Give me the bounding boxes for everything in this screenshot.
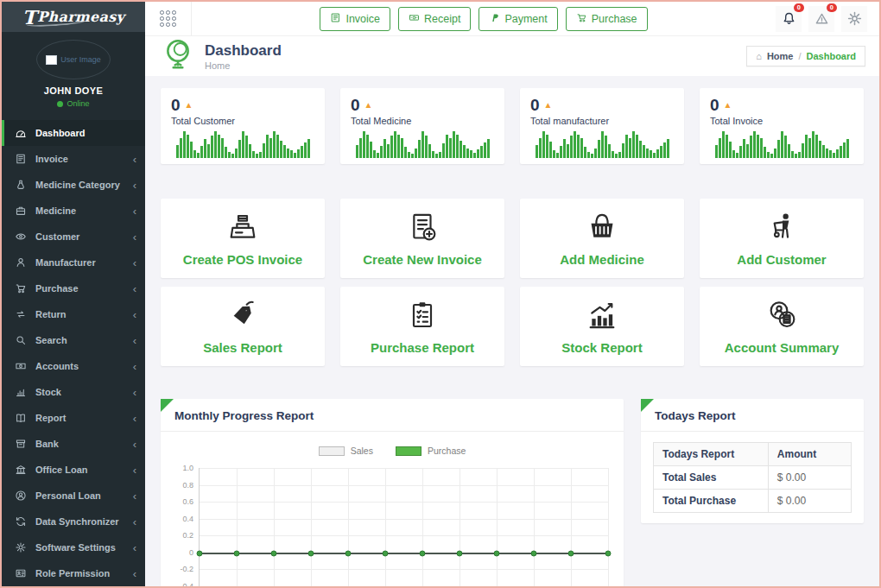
shortcut-label: Add Customer: [737, 252, 826, 267]
sidebar-item-customer[interactable]: Customer‹: [2, 224, 145, 250]
shortcut-add-medicine[interactable]: Add Medicine: [520, 199, 684, 278]
shortcut-create-pos-invoice[interactable]: Create POS Invoice: [161, 199, 325, 278]
basket-icon: [585, 210, 619, 244]
purchase-button[interactable]: Purchase: [566, 7, 648, 31]
sidebar-item-search[interactable]: Search‹: [2, 327, 145, 353]
todays-report-panel: Todays Report Todays ReportAmount Total …: [641, 399, 864, 523]
row-label: Total Purchase: [654, 490, 769, 513]
shortcut-sales-report[interactable]: Sales Report: [161, 287, 325, 366]
person-circle-icon: [14, 490, 28, 502]
stat-card-total-medicine: 0▲Total Medicine: [340, 88, 504, 164]
y-axis-tick: 0.4: [182, 515, 193, 523]
corner-ribbon-icon: [161, 399, 174, 412]
breadcrumb: ⌂ Home / Dashboard: [746, 46, 865, 66]
shortcut-purchase-report[interactable]: Purchase Report: [340, 287, 504, 366]
todays-panel-title: Todays Report: [641, 399, 864, 432]
sidebar-item-label: Invoice: [35, 154, 68, 164]
shortcut-label: Add Medicine: [560, 252, 644, 267]
sidebar-item-label: Purchase: [35, 283, 79, 294]
shortcuts-grid: Create POS InvoiceCreate New InvoiceAdd …: [161, 199, 864, 366]
sidebar-item-label: Customer: [35, 231, 79, 242]
sidebar-item-bank[interactable]: Bank‹: [2, 431, 145, 457]
sidebar-item-label: Personal Loan: [35, 490, 101, 501]
sidebar-item-software-settings[interactable]: Software Settings‹: [2, 534, 145, 560]
data-point: [197, 550, 203, 556]
flask-icon: [14, 179, 28, 191]
sidebar-item-medicine[interactable]: Medicine‹: [2, 198, 145, 224]
user-panel: User Image JOHN DOYE Online: [2, 32, 145, 118]
payment-button[interactable]: Payment: [479, 7, 557, 31]
sidebar-item-stock[interactable]: Stock‹: [2, 379, 145, 405]
stat-card-total-invoice: 0▲Total Invoice: [700, 88, 864, 164]
pharmeasy-dashboard: T Pharmeasy User Image JOHN DOYE Online …: [0, 0, 881, 588]
bars-icon: [14, 386, 28, 398]
quick-action-buttons: InvoiceReceiptPaymentPurchase: [320, 7, 647, 31]
data-point: [345, 550, 352, 556]
warning-icon[interactable]: 0: [808, 6, 834, 32]
chevron-left-icon: ‹: [133, 309, 136, 320]
shortcut-account-summary[interactable]: Account Summary: [700, 287, 864, 366]
sidebar-item-data-synchronizer[interactable]: Data Synchronizer‹: [2, 509, 145, 534]
sidebar-item-personal-loan[interactable]: Personal Loan‹: [2, 483, 145, 509]
gridline-v: [534, 468, 535, 586]
shortcut-create-new-invoice[interactable]: Create New Invoice: [340, 199, 504, 278]
grid-menu-icon[interactable]: [145, 2, 192, 35]
invoice-icon: [14, 153, 28, 165]
cash-register-icon: [225, 210, 260, 244]
sidebar-item-label: Return: [35, 309, 66, 319]
bell-icon[interactable]: 0: [776, 6, 802, 32]
sidebar-item-label: Report: [35, 413, 66, 423]
id-card-icon: [14, 567, 28, 579]
corner-ribbon-icon: [641, 399, 654, 412]
sparkline-chart: [171, 130, 314, 158]
chevron-left-icon: ‹: [133, 231, 136, 243]
avatar-alt-text: User Image: [60, 55, 101, 64]
sidebar-item-accounts[interactable]: Accounts‹: [2, 353, 145, 379]
monthly-progress-panel: Monthly Progress Report Sales Purchase 1…: [161, 399, 624, 586]
sidebar-item-report[interactable]: Report‹: [2, 405, 145, 431]
sidebar-item-role-permission[interactable]: Role Permission‹: [2, 560, 145, 586]
sidebar-item-label: Dashboard: [35, 128, 85, 138]
avatar: User Image: [36, 40, 111, 79]
gridline-v: [460, 468, 460, 586]
data-point: [568, 550, 574, 556]
stat-label: Total manufacturer: [530, 116, 674, 126]
sync-icon: [14, 515, 28, 528]
y-axis-tick: 0: [189, 548, 193, 557]
notification-badge: 0: [827, 3, 837, 13]
data-point: [457, 550, 463, 556]
sidebar-item-label: Software Settings: [35, 542, 116, 553]
sidebar-item-invoice[interactable]: Invoice‹: [2, 146, 145, 172]
stat-card-total-customer: 0▲Total Customer: [161, 88, 325, 164]
sidebar-item-return[interactable]: Return‹: [2, 301, 145, 327]
sidebar-item-purchase[interactable]: Purchase‹: [2, 275, 145, 301]
invoice-button[interactable]: Invoice: [320, 7, 390, 31]
page-header: Dashboard Home ⌂ Home / Dashboard: [145, 36, 879, 76]
broken-image-icon: [46, 55, 57, 65]
stat-label: Total Customer: [171, 116, 314, 126]
shortcut-label: Account Summary: [725, 340, 840, 355]
sidebar-item-label: Role Permission: [35, 568, 110, 579]
receipt-button[interactable]: Receipt: [398, 7, 471, 31]
data-point: [420, 550, 426, 556]
breadcrumb-home-link[interactable]: Home: [767, 51, 794, 61]
sidebar-item-medicine-category[interactable]: Medicine Category‹: [2, 172, 145, 198]
online-dot-icon: [57, 101, 63, 107]
content: 0▲Total Customer0▲Total Medicine0▲Total …: [145, 76, 879, 586]
sidebar-item-dashboard[interactable]: Dashboard: [2, 120, 145, 146]
sidebar-item-label: Data Synchronizer: [35, 516, 119, 527]
sidebar-item-office-loan[interactable]: Office Loan‹: [2, 457, 145, 483]
button-label: Invoice: [345, 13, 380, 25]
legend-item-purchase: Purchase: [396, 446, 466, 456]
app-logo[interactable]: T Pharmeasy: [2, 2, 145, 32]
shortcut-stock-report[interactable]: Stock Report: [520, 287, 684, 366]
monthly-panel-title: Monthly Progress Report: [161, 399, 624, 432]
payment-icon: [489, 12, 500, 26]
y-axis-tick: 0.2: [182, 531, 193, 540]
sidebar-item-label: Accounts: [35, 361, 79, 371]
gear-icon[interactable]: [841, 6, 867, 32]
button-label: Payment: [504, 13, 547, 25]
sidebar-item-manufacturer[interactable]: Manufacturer‹: [2, 250, 145, 275]
book-icon: [14, 412, 28, 424]
shortcut-add-customer[interactable]: Add Customer: [700, 199, 864, 278]
